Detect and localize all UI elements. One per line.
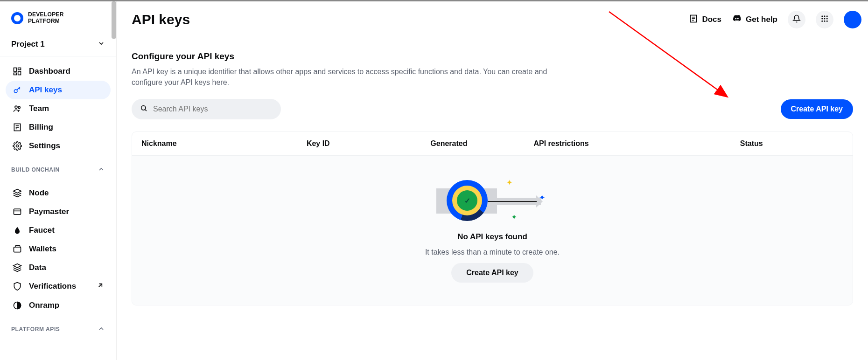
discord-icon [732, 14, 742, 26]
topbar: API keys Docs Get help [117, 1, 868, 38]
toolbar-row: Create API key [132, 99, 853, 119]
help-label: Get help [746, 15, 777, 24]
section-description: An API key is a unique identifier that a… [132, 66, 561, 88]
svg-line-19 [99, 284, 102, 287]
col-nickname: Nickname [141, 139, 307, 148]
section-platform-apis[interactable]: PLATFORM APIS [0, 315, 116, 338]
sidebar-item-label: Dashboard [29, 67, 70, 76]
svg-point-33 [826, 21, 828, 22]
wallet-icon [12, 244, 22, 254]
svg-point-28 [821, 18, 823, 20]
svg-line-35 [145, 110, 147, 111]
external-link-icon [97, 282, 104, 291]
layers-icon [12, 188, 22, 198]
page-title: API keys [132, 12, 190, 28]
section-subhead: Configure your API keys [132, 51, 853, 62]
docs-label: Docs [702, 15, 721, 24]
sidebar-item-label: Data [29, 263, 46, 272]
svg-line-6 [19, 88, 20, 89]
sidebar-item-verifications[interactable]: Verifications [6, 277, 111, 296]
brand-line2: PLATFORM [28, 18, 64, 25]
sidebar-item-node[interactable]: Node [6, 184, 111, 202]
sidebar-item-api-keys[interactable]: API keys [6, 81, 111, 99]
svg-marker-14 [14, 189, 21, 193]
chevron-down-icon [98, 40, 105, 49]
svg-point-31 [821, 21, 823, 22]
help-link[interactable]: Get help [732, 14, 777, 26]
svg-point-25 [821, 15, 823, 17]
search-input-wrapper[interactable] [132, 99, 281, 119]
sidebar-item-label: API keys [29, 85, 62, 95]
layers-icon [12, 263, 22, 272]
create-api-key-button[interactable]: Create API key [781, 99, 853, 119]
table-header-row: Nickname Key ID Generated API restrictio… [132, 132, 853, 156]
sidebar-item-wallets[interactable]: Wallets [6, 240, 111, 258]
svg-marker-18 [14, 263, 21, 267]
dashboard-icon [12, 67, 22, 76]
section-build-onchain[interactable]: BUILD ONCHAIN [0, 155, 116, 178]
empty-create-api-key-button[interactable]: Create API key [451, 263, 533, 283]
chevron-up-icon [98, 325, 105, 334]
card-icon [12, 207, 22, 216]
svg-rect-0 [14, 68, 17, 71]
sidebar-item-label: Verifications [29, 282, 76, 291]
col-generated: Generated [430, 139, 533, 148]
key-illustration-icon: ✓ ✦ ✦ ✦ [436, 174, 548, 226]
svg-point-32 [824, 21, 826, 22]
svg-rect-17 [14, 247, 21, 252]
chevron-up-icon [98, 166, 105, 174]
sidebar-item-settings[interactable]: Settings [6, 137, 111, 155]
col-restrictions: API restrictions [533, 139, 740, 148]
sidebar-item-label: Wallets [29, 244, 56, 254]
onramp-icon [12, 301, 22, 310]
apps-button[interactable] [816, 11, 833, 28]
brand-logo-icon [11, 12, 23, 24]
sidebar-item-faucet[interactable]: Faucet [6, 221, 111, 240]
project-name: Project 1 [11, 40, 45, 49]
sidebar-item-label: Node [29, 188, 49, 198]
svg-point-27 [826, 15, 828, 17]
empty-state: ✓ ✦ ✦ ✦ No API keys found It takes less … [132, 156, 853, 305]
api-keys-table: Nickname Key ID Generated API restrictio… [132, 132, 853, 305]
apps-grid-icon [820, 14, 829, 25]
top-actions: Docs Get help [689, 11, 853, 28]
avatar[interactable] [844, 11, 861, 28]
svg-rect-15 [14, 209, 21, 215]
build-nav: Node Paymaster Faucet Wallets Data Verif… [0, 178, 116, 315]
notifications-button[interactable] [788, 11, 805, 28]
svg-point-29 [824, 18, 826, 20]
svg-point-13 [16, 145, 19, 147]
main: API keys Docs Get help C [117, 1, 868, 360]
section-title: PLATFORM APIS [11, 326, 60, 332]
search-icon [140, 104, 147, 114]
col-status: Status [740, 139, 843, 148]
sidebar-item-paymaster[interactable]: Paymaster [6, 202, 111, 221]
sidebar-item-data[interactable]: Data [6, 258, 111, 277]
key-icon [12, 85, 22, 95]
billing-icon [12, 123, 22, 132]
svg-point-34 [141, 106, 146, 110]
sidebar-item-label: Faucet [29, 226, 55, 235]
svg-point-4 [14, 90, 17, 93]
empty-title: No API keys found [457, 232, 527, 242]
shield-icon [12, 282, 22, 291]
sidebar-item-label: Onramp [29, 301, 59, 310]
droplet-icon [12, 226, 22, 235]
search-input[interactable] [153, 105, 273, 113]
sidebar-item-dashboard[interactable]: Dashboard [6, 62, 111, 81]
col-keyid: Key ID [307, 139, 430, 148]
docs-link[interactable]: Docs [689, 14, 721, 26]
svg-rect-2 [18, 71, 21, 75]
sidebar-item-billing[interactable]: Billing [6, 118, 111, 137]
brand: DEVELOPER PLATFORM [0, 1, 116, 33]
brand-line1: DEVELOPER [28, 12, 64, 18]
sidebar-item-onramp[interactable]: Onramp [6, 296, 111, 315]
svg-rect-1 [18, 68, 21, 69]
sidebar-item-label: Billing [29, 123, 53, 132]
sidebar-item-team[interactable]: Team [6, 99, 111, 118]
project-selector[interactable]: Project 1 [0, 33, 116, 56]
svg-point-8 [18, 106, 20, 108]
brand-text: DEVELOPER PLATFORM [28, 12, 64, 25]
bell-icon [792, 14, 801, 25]
docs-icon [689, 14, 698, 26]
